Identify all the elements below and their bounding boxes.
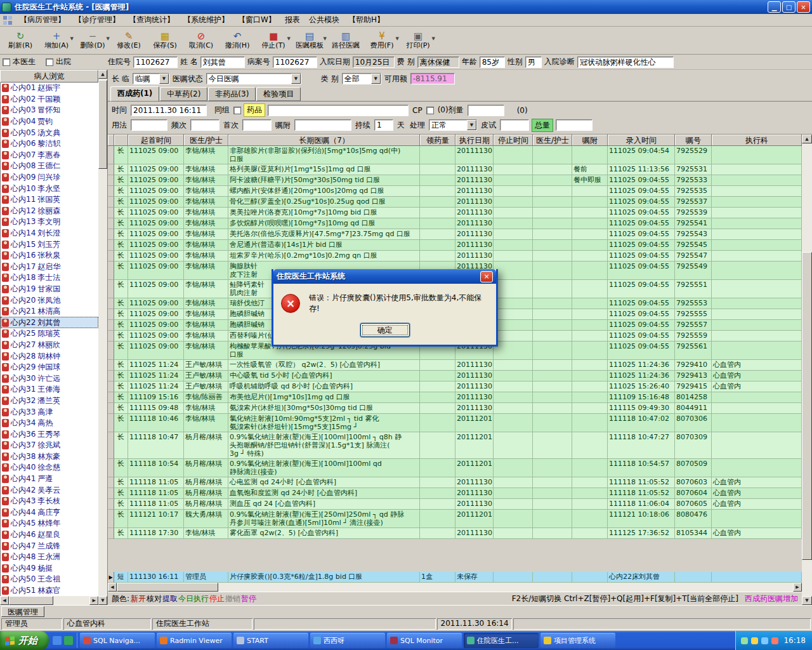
order-row[interactable]: 长 111025 09:00 李锦/林珙 螺内酯片(安体舒通)[20mg*100… — [108, 186, 802, 197]
patient-list-item[interactable]: 心内44 高庄亨 — [1, 507, 98, 519]
toolbar-button[interactable]: ▦ 保存(S) — [147, 27, 183, 53]
duration-input[interactable]: 1 — [374, 119, 393, 131]
toolbar-button[interactable]: + 增加(A) ▼ — [39, 27, 74, 53]
scroll-down-icon[interactable]: ▼ — [802, 596, 812, 605]
taskbar-button[interactable]: Radmin Viewer — [157, 633, 232, 648]
patient-list-item[interactable]: 心内20 张凤池 — [1, 295, 98, 306]
discharged-checkbox[interactable] — [46, 58, 53, 66]
chevron-down-icon[interactable]: ▼ — [467, 120, 476, 130]
tray-icon[interactable] — [761, 637, 768, 644]
time-field[interactable]: 2011.11.30 16:11 — [131, 105, 207, 116]
order-row[interactable]: 长 111118 11:05 杨月榕/林珙 心电监测 qd 24小时 [心血管内… — [108, 477, 802, 488]
col-entry-time[interactable]: 录入时间 — [608, 135, 675, 146]
maximize-button[interactable]: □ — [782, 1, 796, 13]
order-row[interactable]: 长 111109 15:16 李锦/陈丽善 布美他尼片()[1mg*10s]1m… — [108, 392, 802, 403]
col-exec-date[interactable]: 执行日期 — [455, 135, 494, 146]
toolbar-button[interactable]: ▤ 医嘱模板 ▼ — [292, 27, 327, 53]
term-select[interactable]: 临嘱▼ — [133, 73, 169, 84]
patient-list-item[interactable]: 心内13 李文明 — [1, 216, 98, 228]
toolbar-button[interactable]: ↶ 撤消(H) — [219, 27, 255, 53]
toolbar-button[interactable]: ¥ 费用(F) ▼ — [364, 27, 400, 53]
scroll-up-icon[interactable]: ▲ — [98, 70, 107, 79]
toolbar-button[interactable]: ▣ 打印(P) ▼ — [400, 27, 436, 53]
chevron-down-icon[interactable]: ▼ — [371, 74, 381, 84]
order-row[interactable]: 长 111118 10:47 杨月榕/林珙 0.9%氯化钠注射液(塑)(海王)[… — [108, 432, 802, 459]
order-row[interactable]: 长 111025 11:24 王卢敏/林珙 一次性吸氧管（双腔） q2w(2、5… — [108, 360, 802, 371]
patient-list-item[interactable]: 心内47 兰成锋 — [1, 540, 98, 552]
order-row[interactable]: 长 111118 17:30 李锦/林珙 雾化面罩 q2w(2、5) [心血管内… — [108, 528, 802, 539]
drug-tab[interactable]: 中草药(2) — [160, 87, 207, 101]
sidebar-hscrollbar[interactable]: ◀ ▶ — [0, 596, 98, 605]
taskbar-button[interactable]: 住院医生工... — [464, 633, 539, 648]
patient-list-item[interactable]: 心内31 王俸海 — [1, 384, 98, 395]
col-dispense-qty[interactable]: 领药量 — [420, 135, 455, 146]
patient-list-item[interactable]: 心内17 赵启华 — [1, 262, 98, 273]
col-long-term-orders[interactable]: 长期医嘱（7） — [228, 135, 420, 146]
order-row[interactable]: 长 111118 11:05 杨月榕/林珙 测血压 qd 24 [心血管内科] … — [108, 499, 802, 510]
patient-list-item[interactable]: 心内05 汤文典 — [1, 127, 98, 138]
ok-button[interactable]: 确定 — [360, 323, 410, 337]
dropdown-arrow-icon[interactable]: ▼ — [287, 36, 291, 41]
patient-list-item[interactable]: 心内51 林森官 — [1, 585, 98, 596]
note-input[interactable] — [294, 119, 351, 131]
scroll-right-icon[interactable]: ▶ — [793, 583, 802, 592]
toolbar-button[interactable]: − 删除(D) ▼ — [75, 27, 110, 53]
chevron-down-icon[interactable]: ▼ — [291, 74, 301, 84]
cp-checkbox[interactable] — [426, 107, 434, 114]
freq-input[interactable] — [190, 119, 219, 131]
scroll-up-icon[interactable]: ▲ — [802, 135, 812, 143]
col-stop-time[interactable]: 停止时间 — [494, 135, 533, 146]
col-note[interactable]: 嘱附 — [572, 135, 608, 146]
my-doctor-checkbox[interactable] — [3, 58, 10, 66]
col-stop-doctor[interactable]: 医生/护士 — [533, 135, 572, 146]
order-row[interactable]: 长 111025 09:00 李锦/林珙 奥美拉唑片(洛赛克)[10mg*7s]… — [108, 208, 802, 218]
order-row[interactable]: 长 111025 09:00 李锦/林珙 格列美脲(亚莫利)片[1mg*15s]… — [108, 164, 802, 175]
scroll-left-icon[interactable]: ◀ — [108, 583, 117, 592]
sidebar-vscrollbar[interactable]: ▲ ▼ — [98, 70, 107, 605]
taskbar-button[interactable]: SQL Naviga... — [80, 633, 155, 648]
process-select[interactable]: 正常▼ — [429, 119, 477, 131]
diagnosis-field[interactable]: 冠状动脉粥样硬化性心 — [577, 56, 674, 68]
dialog-close-button[interactable]: × — [480, 271, 493, 282]
first-input[interactable] — [242, 119, 272, 131]
patient-list-item[interactable]: 心内32 潘兰英 — [1, 395, 98, 407]
minimize-button[interactable]: ▁ — [768, 1, 781, 13]
patient-list-item[interactable]: 心内30 许亡远 — [1, 373, 98, 384]
order-row[interactable]: 长 111025 09:00 李锦/林珙 骨化三醇(罗盖全)[0.25ug*10… — [108, 197, 802, 208]
dropdown-arrow-icon[interactable]: ▼ — [70, 36, 74, 41]
patient-list-item[interactable]: 心内09 闫兴珍 — [1, 172, 98, 183]
order-row[interactable]: 长 111025 11:24 王卢敏/林珙 中心吸氧 tid 5小时 [心血管内… — [108, 371, 802, 381]
order-row[interactable]: 长 111025 09:00 李锦/林珙 阿卡波糖(拜糖平)片[50mg*30s… — [108, 175, 802, 186]
close-button[interactable]: × — [797, 1, 810, 13]
patient-list-item[interactable]: 心内11 张国英 — [1, 194, 98, 206]
patient-list-item[interactable]: 心内21 林清高 — [1, 306, 98, 317]
patient-list-item[interactable]: 心内03 冒怀知 — [1, 105, 98, 116]
patient-list-item[interactable]: 心内43 李长枝 — [1, 496, 98, 507]
order-row[interactable]: 长 111025 09:00 李锦/林珙 非那雄胺片(非那甾胺)(保列治)[5m… — [108, 146, 802, 164]
dose-input[interactable] — [468, 105, 504, 116]
patient-list-item[interactable]: 心内45 林烽年 — [1, 518, 98, 529]
patient-list-item[interactable]: 心内06 黎洁轵 — [1, 138, 98, 150]
patient-list-item[interactable]: 心内22 刘其曾 — [1, 317, 98, 328]
drug-tab[interactable]: 检验项目 — [256, 87, 301, 101]
order-status-select[interactable]: 今日医嘱▼ — [206, 73, 301, 84]
order-row[interactable]: 长 111025 09:00 李锦/林珙 舍尼通片(普适泰)[14s]1片 bi… — [108, 240, 802, 251]
case-no-field[interactable]: 1102627 — [273, 56, 317, 68]
menu-item[interactable]: 【诊疗管理】 — [70, 13, 124, 27]
patient-list-item[interactable]: 心内16 张秋泉 — [1, 250, 98, 262]
patient-list-item[interactable]: 心内19 甘家国 — [1, 284, 98, 295]
patient-list-item[interactable]: 心内01 赵振宇 — [1, 83, 98, 94]
toolbar-button[interactable]: ↻ 刷新(R) — [3, 27, 38, 53]
start-button[interactable]: 开始 — [0, 631, 49, 650]
patient-list-item[interactable]: 心内04 贾钧 — [1, 116, 98, 128]
patient-list-item[interactable]: 心内07 李惠春 — [1, 150, 98, 161]
quicklaunch-icon[interactable] — [53, 636, 62, 645]
patient-list-item[interactable]: 心内49 杨挺 — [1, 563, 98, 574]
col-order-no[interactable]: 嘱号 — [675, 135, 712, 146]
taskbar-button[interactable]: SQL Monitor — [387, 633, 462, 648]
patient-list-item[interactable]: 心内02 干国颖 — [1, 94, 98, 105]
patient-list-item[interactable]: 心内14 刘长澄 — [1, 228, 98, 239]
scroll-left-icon[interactable]: ◀ — [0, 596, 9, 605]
group-checkbox[interactable] — [233, 107, 241, 114]
skin-test-input[interactable] — [500, 119, 529, 131]
